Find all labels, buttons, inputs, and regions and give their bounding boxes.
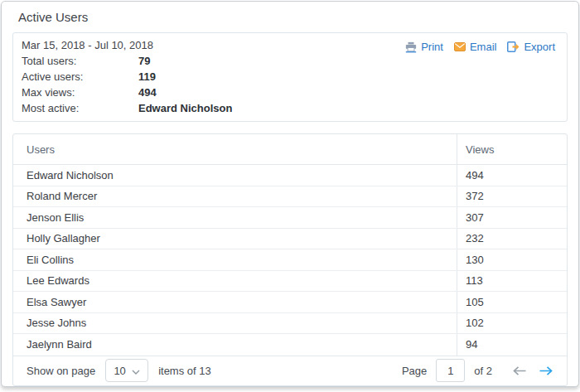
column-header-users: Users bbox=[13, 134, 457, 164]
items-of-label: items of 13 bbox=[158, 365, 211, 377]
user-cell: Holly Gallagher bbox=[13, 229, 457, 249]
table-body: Edward Nicholson 494 Roland Mercer 372 J… bbox=[13, 165, 567, 356]
user-cell: Jenson Ellis bbox=[13, 207, 457, 228]
next-page-arrow-icon[interactable] bbox=[539, 365, 553, 376]
summary-row-active-users: Active users: 119 bbox=[22, 69, 558, 85]
summary-box: Mar 15, 2018 - Jul 10, 2018 Total users:… bbox=[12, 32, 568, 122]
summary-value: 79 bbox=[138, 53, 150, 69]
summary-actions: Print Email bbox=[405, 41, 555, 53]
active-users-table: Users Views Edward Nicholson 494 Roland … bbox=[12, 133, 568, 386]
export-icon bbox=[507, 41, 520, 52]
user-cell: Jesse Johns bbox=[13, 313, 457, 334]
views-cell: 105 bbox=[457, 292, 567, 312]
page-number-input[interactable] bbox=[436, 359, 465, 382]
export-label: Export bbox=[524, 41, 555, 53]
views-cell: 102 bbox=[457, 313, 567, 334]
show-on-page-label: Show on page bbox=[27, 365, 95, 377]
summary-label: Total users: bbox=[22, 53, 138, 69]
summary-label: Max views: bbox=[22, 85, 138, 100]
export-button[interactable]: Export bbox=[507, 41, 555, 53]
page-label: Page bbox=[402, 365, 427, 377]
pagination-controls: Page of 2 bbox=[402, 359, 553, 382]
page-of-label: of 2 bbox=[474, 365, 492, 377]
user-cell: Roland Mercer bbox=[13, 186, 457, 207]
views-cell: 307 bbox=[457, 207, 567, 228]
page-nav-arrows bbox=[512, 365, 553, 376]
user-cell: Elsa Sawyer bbox=[13, 292, 457, 312]
summary-value: 494 bbox=[138, 85, 157, 100]
views-cell: 494 bbox=[457, 165, 567, 186]
table-row: Jenson Ellis 307 bbox=[13, 207, 567, 229]
user-cell: Eli Collins bbox=[13, 249, 457, 270]
table-row: Roland Mercer 372 bbox=[13, 186, 567, 208]
active-users-panel: Active Users Mar 15, 2018 - Jul 10, 2018… bbox=[1, 1, 579, 387]
table-row: Jaelynn Baird 94 bbox=[13, 334, 567, 356]
table-row: Eli Collins 130 bbox=[13, 249, 567, 271]
summary-row-total-users: Total users: 79 bbox=[22, 53, 558, 69]
column-header-views: Views bbox=[457, 134, 567, 164]
views-cell: 130 bbox=[457, 249, 567, 270]
views-cell: 94 bbox=[457, 334, 567, 356]
table-footer: Show on page 10 items of 13 Page of 2 bbox=[13, 356, 567, 385]
summary-label: Most active: bbox=[22, 100, 138, 116]
table-row: Holly Gallagher 232 bbox=[13, 229, 567, 250]
table-header-row: Users Views bbox=[13, 134, 567, 165]
print-button[interactable]: Print bbox=[405, 41, 443, 53]
summary-row-max-views: Max views: 494 bbox=[22, 85, 558, 100]
views-cell: 232 bbox=[457, 229, 567, 249]
summary-label: Active users: bbox=[22, 69, 138, 85]
user-cell: Edward Nicholson bbox=[13, 165, 457, 186]
page-size-value: 10 bbox=[114, 365, 125, 377]
print-label: Print bbox=[421, 41, 443, 53]
page-size-select[interactable]: 10 bbox=[105, 359, 148, 382]
table-row: Edward Nicholson 494 bbox=[13, 165, 567, 186]
summary-row-most-active: Most active: Edward Nicholson bbox=[22, 100, 558, 116]
email-icon bbox=[454, 42, 466, 51]
chevron-down-icon bbox=[132, 365, 140, 377]
user-cell: Jaelynn Baird bbox=[13, 334, 457, 356]
table-row: Jesse Johns 102 bbox=[13, 313, 567, 335]
summary-value: Edward Nicholson bbox=[138, 100, 232, 116]
views-cell: 113 bbox=[457, 271, 567, 292]
table-row: Elsa Sawyer 105 bbox=[13, 292, 567, 313]
email-label: Email bbox=[470, 41, 497, 53]
page-title: Active Users bbox=[2, 2, 578, 32]
user-cell: Lee Edwards bbox=[13, 271, 457, 292]
views-cell: 372 bbox=[457, 186, 567, 207]
previous-page-arrow-icon[interactable] bbox=[512, 365, 527, 376]
printer-icon bbox=[405, 41, 417, 53]
table-row: Lee Edwards 113 bbox=[13, 271, 567, 293]
email-button[interactable]: Email bbox=[454, 41, 497, 53]
summary-value: 119 bbox=[138, 69, 156, 85]
